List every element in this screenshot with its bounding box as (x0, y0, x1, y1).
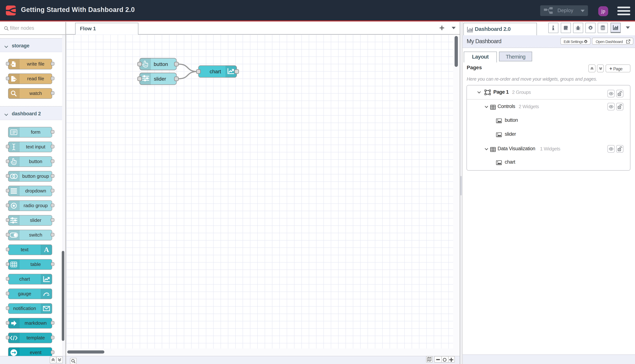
svg-text:slider: slider (154, 76, 166, 82)
svg-text:button: button (154, 61, 168, 67)
svg-text:chart: chart (210, 69, 221, 74)
